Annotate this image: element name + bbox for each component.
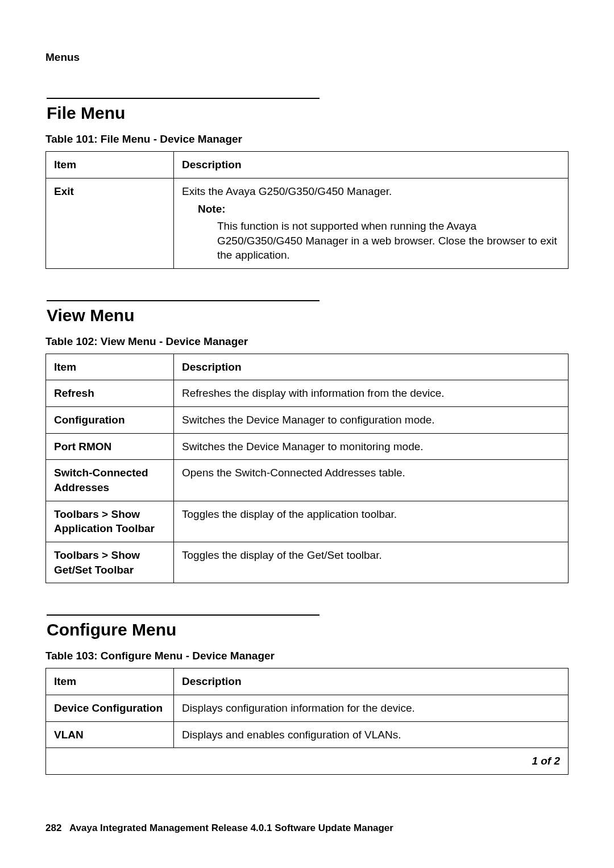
pagination-text: 1 of 2 <box>46 748 569 775</box>
cell-description: Switches the Device Manager to configura… <box>174 407 569 434</box>
cell-item: Toolbars > Show Get/Set Toolbar <box>46 542 174 583</box>
col-header-item: Item <box>46 152 174 178</box>
view-menu-table: Item Description Refresh Refreshes the d… <box>45 354 569 583</box>
table-row: Exit Exits the Avaya G250/G350/G450 Mana… <box>46 178 569 268</box>
table-header-row: Item Description <box>46 354 569 380</box>
footer-title: Avaya Integrated Management Release 4.0.… <box>69 823 393 833</box>
table-row: Refresh Refreshes the display with infor… <box>46 380 569 407</box>
table-row: Configuration Switches the Device Manage… <box>46 407 569 434</box>
table-row: Switch-Connected Addresses Opens the Swi… <box>46 460 569 501</box>
item-label: Configuration <box>54 414 125 426</box>
item-label: VLAN <box>54 729 84 741</box>
col-header-description: Description <box>174 668 569 695</box>
table-header-row: Item Description <box>46 152 569 178</box>
file-menu-section: File Menu Table 101: File Menu - Device … <box>45 98 569 269</box>
table-row: Toolbars > Show Application Toolbar Togg… <box>46 501 569 542</box>
page-number: 282 <box>45 823 61 833</box>
cell-description: Displays and enables configuration of VL… <box>174 721 569 748</box>
page-footer: 282 Avaya Integrated Management Release … <box>45 823 393 834</box>
table-row: Port RMON Switches the Device Manager to… <box>46 433 569 460</box>
table-row: VLAN Displays and enables configuration … <box>46 721 569 748</box>
item-label: Switch-Connected Addresses <box>54 467 148 493</box>
cell-description: Exits the Avaya G250/G350/G450 Manager. … <box>174 178 569 268</box>
note-text: This function is not supported when runn… <box>198 217 560 263</box>
view-menu-section: View Menu Table 102: View Menu - Device … <box>45 300 569 583</box>
item-label: Toolbars > Show Application Toolbar <box>54 508 155 535</box>
section-rule <box>47 614 320 616</box>
cell-description: Opens the Switch-Connected Addresses tab… <box>174 460 569 501</box>
cell-item: Exit <box>46 178 174 268</box>
cell-item: Switch-Connected Addresses <box>46 460 174 501</box>
item-label: Refresh <box>54 387 94 399</box>
table-caption: Table 103: Configure Menu - Device Manag… <box>45 650 569 662</box>
description-text: Exits the Avaya G250/G350/G450 Manager. <box>182 185 392 197</box>
file-menu-table: Item Description Exit Exits the Avaya G2… <box>45 151 569 269</box>
item-label: Device Configuration <box>54 702 163 714</box>
cell-item: Device Configuration <box>46 695 174 721</box>
cell-item: VLAN <box>46 721 174 748</box>
note-block: Note: This function is not supported whe… <box>182 198 560 263</box>
section-rule <box>47 300 320 301</box>
file-menu-heading: File Menu <box>47 103 569 123</box>
table-header-row: Item Description <box>46 668 569 695</box>
cell-item: Toolbars > Show Application Toolbar <box>46 501 174 542</box>
note-label: Note: <box>198 203 226 215</box>
table-row: Device Configuration Displays configurat… <box>46 695 569 721</box>
page-header: Menus <box>45 51 569 64</box>
cell-description: Displays configuration information for t… <box>174 695 569 721</box>
item-label: Toolbars > Show Get/Set Toolbar <box>54 549 140 576</box>
configure-menu-section: Configure Menu Table 103: Configure Menu… <box>45 614 569 775</box>
col-header-description: Description <box>174 354 569 380</box>
cell-item: Refresh <box>46 380 174 407</box>
cell-description: Toggles the display of the Get/Set toolb… <box>174 542 569 583</box>
cell-description: Toggles the display of the application t… <box>174 501 569 542</box>
item-label: Port RMON <box>54 441 111 452</box>
col-header-item: Item <box>46 354 174 380</box>
table-caption: Table 101: File Menu - Device Manager <box>45 133 569 146</box>
configure-menu-table: Item Description Device Configuration Di… <box>45 668 569 775</box>
cell-description: Refreshes the display with information f… <box>174 380 569 407</box>
col-header-description: Description <box>174 152 569 178</box>
configure-menu-heading: Configure Menu <box>47 620 569 639</box>
table-row: Toolbars > Show Get/Set Toolbar Toggles … <box>46 542 569 583</box>
view-menu-heading: View Menu <box>47 306 569 325</box>
cell-description: Switches the Device Manager to monitorin… <box>174 433 569 460</box>
table-caption: Table 102: View Menu - Device Manager <box>45 335 569 348</box>
col-header-item: Item <box>46 668 174 695</box>
item-label: Exit <box>54 185 74 197</box>
cell-item: Port RMON <box>46 433 174 460</box>
section-rule <box>47 98 320 99</box>
cell-item: Configuration <box>46 407 174 434</box>
pagination-row: 1 of 2 <box>46 748 569 775</box>
